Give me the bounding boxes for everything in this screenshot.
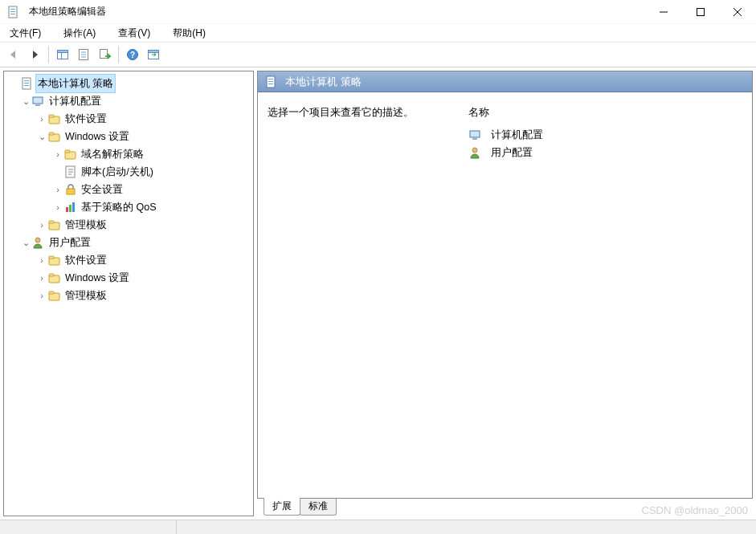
app-icon: [6, 5, 21, 19]
menu-view[interactable]: 查看(V): [113, 25, 155, 42]
chevron-right-icon[interactable]: ›: [36, 287, 47, 304]
svg-rect-21: [24, 80, 29, 81]
tree-user-config[interactable]: ⌄ 用户配置: [4, 234, 253, 251]
tree-label: Windows 设置: [65, 128, 129, 145]
tree-root[interactable]: ▾ 本地计算机 策略: [4, 75, 253, 92]
tree-u-software-settings[interactable]: › 软件设置: [4, 251, 253, 269]
item-list: 名称 计算机配置 用户配置: [468, 105, 742, 161]
folder-icon: [47, 112, 62, 126]
list-item-label: 用户配置: [491, 145, 533, 160]
svg-rect-1: [10, 9, 15, 10]
tree-label: 软件设置: [65, 110, 107, 128]
svg-rect-3: [10, 14, 15, 14]
export-list-button[interactable]: [95, 45, 114, 64]
svg-rect-43: [49, 274, 54, 276]
tree-admin-templates[interactable]: › 管理模板: [4, 216, 253, 234]
show-hide-tree-button[interactable]: [53, 45, 72, 64]
window-title: 本地组策略编辑器: [29, 5, 106, 18]
description-text: 选择一个项目来查看它的描述。: [268, 106, 414, 118]
tree-dns-policy[interactable]: › 域名解析策略: [4, 145, 253, 163]
details-header-title: 本地计算机 策略: [285, 75, 362, 89]
status-bar: [0, 520, 756, 534]
main-body: ▾ 本地计算机 策略 ⌄ 计算机配置 ›: [0, 67, 756, 520]
svg-rect-33: [67, 189, 75, 194]
details-content: 本地计算机 策略 选择一个项目来查看它的描述。 名称 计算机配置 用户配置: [257, 71, 753, 499]
chevron-right-icon[interactable]: ›: [52, 145, 63, 163]
help-button[interactable]: ?: [123, 45, 142, 64]
chevron-right-icon[interactable]: ›: [36, 110, 47, 128]
title-bar: 本地组策略编辑器: [0, 0, 756, 24]
chevron-down-icon[interactable]: ⌄: [20, 234, 31, 251]
svg-rect-19: [149, 51, 159, 53]
svg-rect-50: [470, 131, 480, 137]
menu-action[interactable]: 操作(A): [59, 25, 100, 42]
chevron-right-icon[interactable]: ›: [52, 198, 63, 216]
folder-icon: [47, 271, 62, 285]
chevron-right-icon[interactable]: ›: [36, 269, 47, 287]
menu-bar: 文件(F) 操作(A) 查看(V) 帮助(H): [0, 24, 756, 42]
tab-standard[interactable]: 标准: [300, 499, 337, 516]
svg-rect-24: [33, 97, 43, 104]
svg-rect-45: [49, 291, 54, 294]
svg-rect-31: [65, 150, 70, 153]
chevron-right-icon[interactable]: ›: [36, 251, 47, 269]
svg-rect-34: [66, 207, 68, 212]
menu-file[interactable]: 文件(F): [5, 25, 46, 42]
svg-rect-49: [268, 84, 273, 84]
svg-rect-47: [268, 79, 273, 79]
filter-button[interactable]: [144, 45, 163, 64]
tree-software-settings[interactable]: › 软件设置: [4, 110, 253, 128]
tab-extended[interactable]: 扩展: [264, 498, 300, 516]
watermark: CSDN @oldmao_2000: [642, 504, 748, 516]
svg-rect-2: [10, 11, 15, 12]
chevron-right-icon[interactable]: ›: [36, 216, 47, 234]
svg-text:?: ?: [130, 51, 135, 59]
tree-u-admin-templates[interactable]: › 管理模板: [4, 287, 253, 304]
computer-icon: [31, 94, 46, 108]
details-pane: 本地计算机 策略 选择一个项目来查看它的描述。 名称 计算机配置 用户配置: [257, 71, 753, 516]
back-button[interactable]: [4, 45, 23, 64]
tree-u-windows-settings[interactable]: › Windows 设置: [4, 269, 253, 287]
svg-rect-27: [49, 115, 54, 117]
forward-button[interactable]: [25, 45, 44, 64]
menu-help[interactable]: 帮助(H): [168, 25, 210, 42]
column-header-name[interactable]: 名称: [468, 105, 742, 120]
folder-icon: [47, 129, 62, 144]
tree-label: 安全设置: [81, 181, 123, 198]
svg-rect-35: [69, 205, 72, 212]
svg-rect-5: [697, 8, 705, 15]
chart-icon: [63, 200, 78, 214]
description-column: 选择一个项目来查看它的描述。: [268, 105, 468, 161]
chevron-down-icon[interactable]: ⌄: [36, 128, 47, 145]
tree-computer-config[interactable]: ⌄ 计算机配置: [4, 92, 253, 110]
list-item-label: 计算机配置: [491, 128, 543, 142]
policy-icon: [20, 76, 35, 91]
tree-label: Windows 设置: [65, 269, 129, 287]
minimize-button[interactable]: [645, 0, 682, 24]
window-controls: [645, 0, 756, 24]
tree-label: 基于策略的 QoS: [81, 198, 157, 216]
tree-windows-settings[interactable]: ⌄ Windows 设置: [4, 128, 253, 145]
svg-rect-29: [49, 132, 54, 135]
toolbar: ?: [0, 42, 756, 67]
tree-pane[interactable]: ▾ 本地计算机 策略 ⌄ 计算机配置 ›: [3, 71, 254, 516]
list-item-computer-config[interactable]: 计算机配置: [468, 126, 742, 144]
folder-icon: [47, 218, 62, 232]
tree-security-settings[interactable]: › 安全设置: [4, 181, 253, 198]
close-button[interactable]: [719, 0, 756, 24]
svg-rect-36: [72, 202, 75, 212]
tree-qos[interactable]: › 基于策略的 QoS: [4, 198, 253, 216]
svg-rect-9: [58, 51, 68, 53]
svg-rect-51: [472, 138, 477, 140]
policy-icon: [264, 75, 279, 89]
script-icon: [63, 165, 78, 179]
view-tabs: 扩展 标准: [264, 499, 336, 516]
maximize-button[interactable]: [682, 0, 719, 24]
chevron-down-icon[interactable]: ⌄: [20, 92, 31, 110]
list-item-user-config[interactable]: 用户配置: [468, 144, 742, 161]
tree-label: 管理模板: [65, 287, 107, 304]
properties-button[interactable]: [74, 45, 93, 64]
chevron-right-icon[interactable]: ›: [52, 181, 63, 198]
tree-scripts[interactable]: › 脚本(启动/关机): [4, 163, 253, 181]
details-header: 本地计算机 策略: [258, 71, 752, 92]
